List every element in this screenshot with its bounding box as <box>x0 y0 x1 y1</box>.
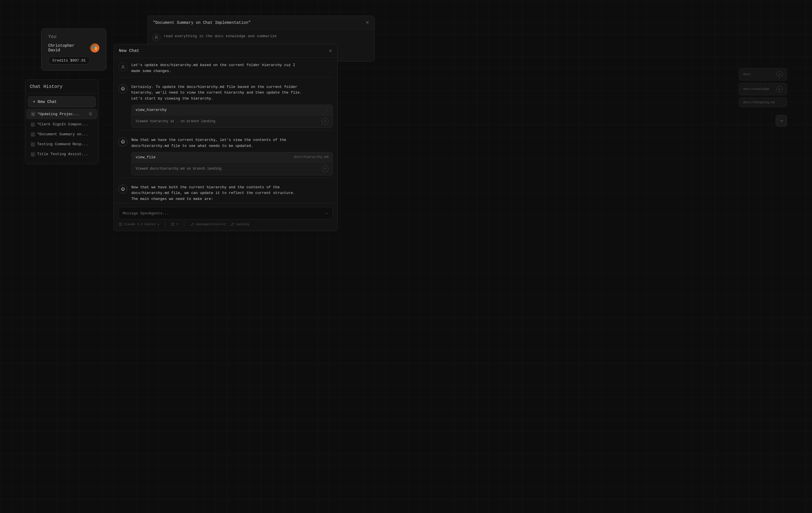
ai-message-icon-2: ⏻ <box>118 137 127 146</box>
tool-call-arg-2: docs/hierarchy.md <box>294 155 328 159</box>
meta-separator-1: | <box>164 222 167 227</box>
chat-history-item-5[interactable]: ◻ Title Testing Assist... <box>26 149 97 159</box>
chat-history-item-1[interactable]: ◻ "Updating Projec... 🗑 <box>26 109 97 119</box>
side-panel-item-1: docs ✓ <box>739 68 787 81</box>
user-info: Christopher David 🎭 <box>48 43 99 53</box>
chat-item-label: "Updating Projec... <box>37 112 80 116</box>
message-input[interactable] <box>122 211 321 215</box>
tool-call-2: view_file docs/hierarchy.md Viewed docs/… <box>132 152 333 175</box>
doc-summary-titlebar: "Document Summary on Chat Implementation… <box>148 16 374 30</box>
model-label: Claude 3.5 Sonnet <box>124 222 156 226</box>
message-row-user: Let's update docs/hierarchy.md based on … <box>118 62 333 74</box>
tool-result-check-1: ✓ <box>322 118 328 125</box>
ai-message-text-3: Now that we have both the current hierar… <box>132 185 333 202</box>
tool-call-container-2: view_file docs/hierarchy.md Viewed docs/… <box>118 152 333 175</box>
message-block-user-1: Let's update docs/hierarchy.md based on … <box>118 62 333 78</box>
tools-count[interactable]: ⚿ 3 <box>171 222 178 227</box>
message-block-ai-2: ⏻ Now that we have the current hierarchy… <box>118 137 333 178</box>
user-card: You Christopher David 🎭 Credits $997.91 <box>41 28 107 70</box>
message-block-ai-1: ⏻ Certainly. To update the docs/hierarch… <box>118 84 333 130</box>
tool-call-1: view_hierarchy . Viewed hierarchy at . o… <box>132 104 333 128</box>
branch-icon: ⎇ <box>230 222 234 227</box>
chat-history-item-2[interactable]: ◻ "Clerk SignIn Compon... <box>26 120 97 129</box>
tool-call-name-2: view_file <box>136 155 155 159</box>
tool-call-arg-1: . <box>326 108 328 112</box>
message-row-ai-3: ⏻ Now that we have both the current hier… <box>118 185 333 202</box>
repo-label: openagentsinc/v2 <box>196 222 226 226</box>
doc-user-message-text: read everything in the docs konwledge an… <box>164 33 277 39</box>
new-chat-close-button[interactable]: ✕ <box>328 48 332 54</box>
side-panel: docs ✓ docs/knowledge ✓ docs/changelog.m… <box>739 68 787 126</box>
credits-badge[interactable]: Credits $997.91 <box>48 56 90 65</box>
user-name: Christopher David <box>48 43 87 53</box>
new-chat-titlebar: New Chat ✕ <box>114 44 337 58</box>
doc-user-icon <box>152 33 160 41</box>
side-panel-item-3: docs/changelog.md <box>739 97 787 107</box>
input-area: → ⚿ Claude 3.5 Sonnet ∨ | ⚿ 3 | ⎇ openag… <box>114 203 337 231</box>
side-panel-item-label: docs/changelog.md <box>743 101 775 104</box>
chat-history-panel: Chat History + New Chat ◻ "Updating Proj… <box>25 80 99 164</box>
new-chat-button[interactable]: + New Chat <box>28 96 96 107</box>
ai-message-icon-3: ⏻ <box>118 185 127 194</box>
divider <box>118 178 333 178</box>
tool-call-header-1: view_hierarchy . <box>132 105 332 115</box>
tool-call-result-1: Viewed hierarchy at . on branch landing … <box>132 115 332 128</box>
svg-point-1 <box>122 65 124 67</box>
input-meta: ⚿ Claude 3.5 Sonnet ∨ | ⚿ 3 | ⎇ openagen… <box>118 222 333 227</box>
doc-user-message-row: read everything in the docs konwledge an… <box>152 33 370 41</box>
doc-summary-close-button[interactable]: ✕ <box>366 20 369 25</box>
svg-point-0 <box>155 36 157 37</box>
user-card-title: You <box>48 34 99 39</box>
meta-separator-2: | <box>183 222 185 227</box>
tool-result-check-2: ✓ <box>322 165 328 172</box>
tool-call-result-2: Viewed docs/hierarchy.md on branch landi… <box>132 162 332 175</box>
model-selector[interactable]: ⚿ Claude 3.5 Sonnet ∨ <box>119 222 160 227</box>
credits-label: Credits <box>53 58 68 63</box>
user-message-icon <box>118 62 127 71</box>
tool-call-name-1: view_hierarchy <box>136 108 167 112</box>
chat-item-label: "Clerk SignIn Compon... <box>37 122 88 126</box>
chat-item-icon: ◻ <box>31 132 35 137</box>
chat-item-label: Testing Command Resp... <box>37 142 88 146</box>
tools-count-label: 3 <box>176 222 178 226</box>
branch-info[interactable]: ⎇ landing <box>230 222 249 227</box>
ai-message-text-2: Now that we have the current hierarchy, … <box>132 137 333 149</box>
chat-item-label: Title Testing Assist... <box>37 152 88 156</box>
side-panel-item-label: docs <box>743 72 750 76</box>
ai-message-icon: ⏻ <box>118 84 127 93</box>
chat-item-icon: ◻ <box>31 112 35 116</box>
chat-history-item-4[interactable]: ◻ Testing Command Resp... <box>26 140 97 149</box>
send-button[interactable]: → <box>324 211 328 216</box>
doc-summary-title: "Document Summary on Chat Implementation… <box>153 21 251 25</box>
tool-result-text-1: Viewed hierarchy at . on branch landing <box>136 119 215 123</box>
message-row-ai-1: ⏻ Certainly. To update the docs/hierarch… <box>118 84 333 102</box>
ai-message-text-1: Certainly. To update the docs/hierarchy.… <box>132 84 333 102</box>
divider <box>118 130 333 130</box>
divider <box>118 77 333 78</box>
chat-item-label: "Document Summary on... <box>37 132 88 137</box>
side-panel-item-label: docs/knowledge <box>743 87 769 91</box>
check-circle-icon: ✓ <box>777 86 783 92</box>
check-circle-icon: ✓ <box>777 71 783 78</box>
chat-item-icon: ◻ <box>31 142 35 146</box>
credits-value: $997.91 <box>70 58 86 63</box>
side-panel-arrow-button[interactable]: → <box>776 115 787 126</box>
tool-result-text-2: Viewed docs/hierarchy.md on branch landi… <box>136 167 221 171</box>
chat-history-title: Chat History <box>25 84 98 94</box>
tool-call-container-1: view_hierarchy . Viewed hierarchy at . o… <box>118 104 333 128</box>
repo-info[interactable]: ⎇ openagentsinc/v2 <box>190 222 226 227</box>
new-chat-window-title: New Chat <box>119 49 139 53</box>
message-block-ai-3: ⏻ Now that we have both the current hier… <box>118 185 333 202</box>
message-row-ai-2: ⏻ Now that we have the current hierarchy… <box>118 137 333 149</box>
git-icon: ⎇ <box>190 222 194 227</box>
chat-item-icon: ◻ <box>31 152 35 156</box>
model-chevron-icon: ∨ <box>157 222 160 226</box>
chat-item-icon: ◻ <box>31 122 35 126</box>
side-panel-item-2: docs/knowledge ✓ <box>739 83 787 95</box>
new-chat-window: New Chat ✕ Let's update docs/hierarchy.m… <box>114 44 338 231</box>
chat-history-item-3[interactable]: ◻ "Document Summary on... <box>26 129 97 139</box>
user-message-text: Let's update docs/hierarchy.md based on … <box>132 62 333 74</box>
avatar: 🎭 <box>90 43 99 53</box>
delete-icon[interactable]: 🗑 <box>89 112 92 116</box>
new-chat-label: + New Chat <box>33 99 57 104</box>
